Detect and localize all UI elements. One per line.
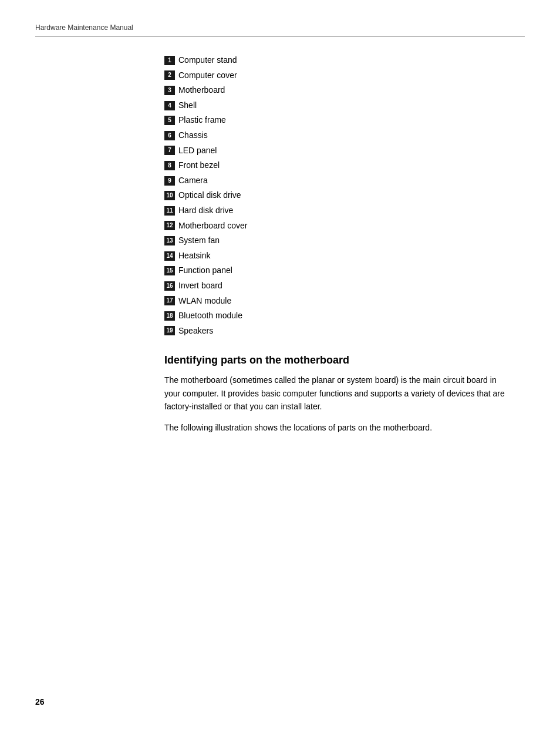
list-item-label: System fan	[178, 235, 220, 247]
list-item-number: 18	[164, 311, 175, 321]
list-item: 2Computer cover	[164, 70, 525, 82]
header-divider	[35, 36, 525, 37]
list-item: 10Optical disk drive	[164, 190, 525, 201]
list-item-number: 15	[164, 266, 175, 275]
list-item: 6Chassis	[164, 130, 525, 142]
header-title: Hardware Maintenance Manual	[35, 23, 525, 32]
list-item-number: 2	[164, 70, 175, 80]
page: Hardware Maintenance Manual 1Computer st…	[0, 0, 560, 730]
list-item: 15Function panel	[164, 265, 525, 277]
list-item-number: 19	[164, 326, 175, 335]
list-item-label: Motherboard cover	[178, 220, 248, 232]
section-identifying-parts: Identifying parts on the motherboard The…	[164, 354, 525, 435]
list-item: 19Speakers	[164, 325, 525, 337]
page-number: 26	[35, 697, 45, 707]
list-item-number: 16	[164, 281, 175, 291]
list-item-label: Computer stand	[178, 55, 237, 66]
list-item-number: 12	[164, 221, 175, 230]
list-item: 9Camera	[164, 175, 525, 187]
list-item-number: 4	[164, 101, 175, 110]
section-paragraph-1: The motherboard (sometimes called the pl…	[164, 374, 505, 413]
list-item: 1Computer stand	[164, 55, 525, 66]
list-item-number: 1	[164, 56, 175, 65]
list-item-label: Function panel	[178, 265, 232, 277]
list-item: 12Motherboard cover	[164, 220, 525, 232]
list-item: 17WLAN module	[164, 295, 525, 307]
content-area: 1Computer stand2Computer cover3Motherboa…	[35, 55, 525, 435]
list-item-number: 5	[164, 116, 175, 125]
list-item: 14Heatsink	[164, 250, 525, 262]
list-item-label: Hard disk drive	[178, 205, 233, 217]
list-item: 3Motherboard	[164, 85, 525, 96]
list-item-label: LED panel	[178, 145, 217, 157]
list-item-number: 14	[164, 251, 175, 261]
list-item: 7LED panel	[164, 145, 525, 157]
list-item-label: Invert board	[178, 280, 222, 292]
parts-list: 1Computer stand2Computer cover3Motherboa…	[164, 55, 525, 337]
list-item: 5Plastic frame	[164, 115, 525, 126]
list-item-number: 11	[164, 206, 175, 216]
list-item-number: 7	[164, 146, 175, 155]
list-item-number: 17	[164, 296, 175, 305]
list-item-label: Optical disk drive	[178, 190, 241, 201]
list-item-number: 3	[164, 86, 175, 95]
list-item-number: 10	[164, 191, 175, 200]
list-item-label: Heatsink	[178, 250, 210, 262]
list-item-label: Motherboard	[178, 85, 225, 96]
list-item-label: Shell	[178, 100, 197, 112]
list-item: 8Front bezel	[164, 160, 525, 171]
list-item: 13System fan	[164, 235, 525, 247]
list-item-label: Plastic frame	[178, 115, 226, 126]
list-item-label: Computer cover	[178, 70, 237, 82]
section-paragraph-2: The following illustration shows the loc…	[164, 421, 505, 434]
list-item: 4Shell	[164, 100, 525, 112]
section-heading: Identifying parts on the motherboard	[164, 354, 525, 366]
list-item: 11Hard disk drive	[164, 205, 525, 217]
list-item-number: 8	[164, 161, 175, 170]
list-item-number: 9	[164, 176, 175, 186]
list-item-label: Camera	[178, 175, 208, 187]
list-item-label: Bluetooth module	[178, 310, 242, 322]
list-item-label: Front bezel	[178, 160, 220, 171]
list-item-number: 6	[164, 131, 175, 140]
list-item-label: Chassis	[178, 130, 208, 142]
list-item-label: WLAN module	[178, 295, 231, 307]
list-item-label: Speakers	[178, 325, 213, 337]
list-item-number: 13	[164, 236, 175, 245]
list-item: 18Bluetooth module	[164, 310, 525, 322]
list-item: 16Invert board	[164, 280, 525, 292]
